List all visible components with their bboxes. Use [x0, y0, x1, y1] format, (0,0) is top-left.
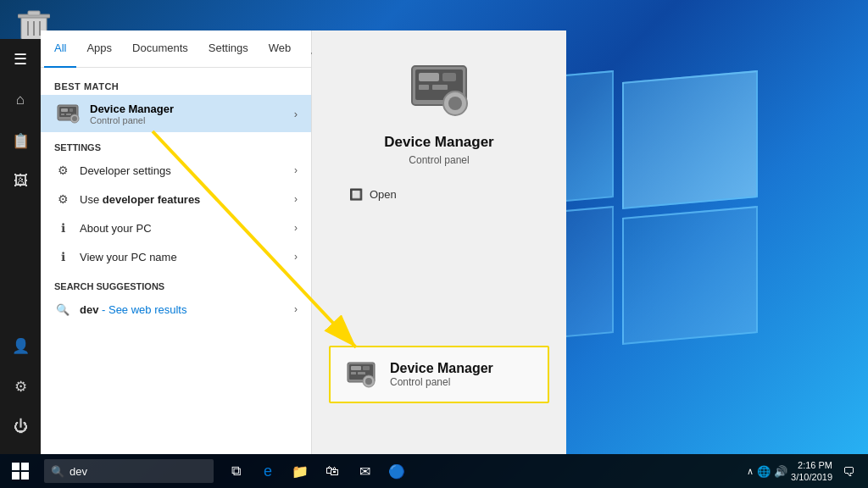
detail-open-button[interactable]: 🔲 Open: [337, 183, 409, 206]
settings-arrow-3: ›: [294, 222, 298, 234]
settings-item-view-pc-name[interactable]: ℹ View your PC name ›: [41, 242, 311, 271]
svg-rect-33: [21, 463, 29, 470]
store-icon: 🛍: [326, 463, 339, 479]
search-sug-text: dev - See web results: [80, 303, 186, 316]
detail-panel: Device Manager Control panel 🔲 Open: [312, 30, 566, 454]
svg-rect-9: [70, 108, 73, 112]
system-tray-icons: ∧ 🌐 🔊: [747, 465, 787, 478]
file-explorer-button[interactable]: 📁: [285, 454, 315, 488]
settings-item-developer[interactable]: ⚙ Developer settings ›: [41, 156, 311, 185]
store-button[interactable]: 🛍: [317, 454, 348, 488]
highlighted-result-box[interactable]: Device Manager Control panel: [329, 346, 549, 403]
edge-icon: e: [264, 463, 272, 480]
svg-rect-35: [21, 472, 29, 480]
settings-arrow-4: ›: [294, 251, 298, 263]
svg-rect-25: [363, 366, 370, 370]
taskbar-search-box[interactable]: 🔍: [44, 459, 214, 483]
start-button[interactable]: [0, 454, 41, 488]
settings-arrow-1: ›: [294, 164, 298, 176]
settings-gear-icon-1: ⚙: [54, 162, 71, 179]
chrome-icon: 🔵: [388, 463, 405, 480]
taskbar-search-input[interactable]: [70, 465, 207, 478]
hamburger-icon: ☰: [14, 50, 27, 69]
tab-web[interactable]: Web: [259, 30, 302, 68]
open-icon: 🔲: [349, 188, 363, 201]
taskbar-right: ∧ 🌐 🔊 2:16 PM 3/10/2019 🗨: [747, 454, 868, 488]
hamburger-menu-button[interactable]: ☰: [0, 39, 41, 80]
start-menu: All Apps Documents Settings Web More ▾: [41, 30, 566, 454]
search-suggestions-section: Search suggestions 🔍 dev - See web resul…: [41, 274, 311, 327]
svg-rect-18: [419, 85, 429, 90]
mail-button[interactable]: ✉: [349, 454, 380, 488]
svg-rect-2: [28, 11, 40, 15]
taskbar-search-icon: 🔍: [51, 465, 64, 478]
sidebar-item-home[interactable]: ⌂: [0, 80, 41, 120]
search-sug-icon: 🔍: [54, 301, 71, 318]
tab-settings[interactable]: Settings: [198, 30, 259, 68]
notification-icon: 🗨: [843, 464, 855, 479]
mail-icon: ✉: [359, 463, 370, 480]
svg-rect-24: [351, 366, 361, 370]
svg-point-21: [448, 97, 462, 110]
desktop: Recycle Bin ☰ ⌂ 📋 🖼 👤 ⚙ ⏻: [0, 0, 868, 488]
tab-apps[interactable]: Apps: [76, 30, 122, 68]
photos-icon: 🖼: [14, 173, 28, 190]
sidebar-item-documents[interactable]: 📋: [0, 120, 41, 161]
search-sug-arrow: ›: [294, 303, 298, 315]
clock-time: 2:16 PM: [791, 459, 832, 471]
highlighted-text: Device Manager Control panel: [390, 361, 493, 388]
chrome-button[interactable]: 🔵: [381, 454, 412, 488]
tab-all[interactable]: All: [44, 30, 76, 68]
svg-rect-27: [358, 372, 365, 374]
edge-button[interactable]: e: [253, 454, 283, 488]
start-menu-sidebar: ☰ ⌂ 📋 🖼 👤 ⚙ ⏻: [0, 39, 41, 454]
clock-date: 3/10/2019: [791, 471, 832, 483]
settings-item-about-pc[interactable]: ℹ About your PC ›: [41, 214, 311, 242]
system-clock[interactable]: 2:16 PM 3/10/2019: [791, 459, 832, 484]
settings-info-icon-2: ℹ: [54, 248, 71, 265]
detail-app-name: Device Manager: [384, 134, 493, 151]
volume-icon[interactable]: 🔊: [774, 465, 787, 478]
sidebar-item-photos[interactable]: 🖼: [0, 161, 41, 202]
sidebar-item-user[interactable]: 👤: [0, 325, 41, 366]
sidebar-item-power[interactable]: ⏻: [0, 407, 41, 447]
search-suggestion-item[interactable]: 🔍 dev - See web results ›: [41, 295, 311, 324]
sidebar-nav: ⌂ 📋 🖼: [0, 80, 41, 325]
best-match-text: Device Manager Control panel: [90, 103, 294, 125]
notification-center-button[interactable]: 🗨: [836, 454, 861, 488]
search-results-list: Best match: [41, 68, 311, 454]
svg-rect-34: [12, 472, 19, 480]
best-match-label: Best match: [41, 78, 311, 95]
task-view-button[interactable]: ⧉: [220, 454, 251, 488]
settings-section-label: Settings: [41, 139, 311, 156]
settings-item-text-3: About your PC: [80, 222, 294, 235]
settings-section: Settings ⚙ Developer settings › ⚙ Use de…: [41, 132, 311, 274]
settings-info-icon: ℹ: [54, 219, 71, 236]
settings-arrow-2: ›: [294, 193, 298, 205]
network-icon[interactable]: 🌐: [757, 465, 771, 478]
user-icon: 👤: [12, 337, 30, 355]
settings-item-text-4: View your PC name: [80, 251, 294, 263]
settings-item-use-developer[interactable]: ⚙ Use developer features ›: [41, 185, 311, 214]
search-panel: All Apps Documents Settings Web More ▾: [41, 30, 312, 454]
best-match-item[interactable]: Device Manager Control panel ›: [41, 95, 311, 132]
search-suggestions-label: Search suggestions: [41, 278, 311, 295]
svg-rect-19: [432, 85, 448, 90]
file-explorer-icon: 📁: [292, 463, 309, 480]
task-view-icon: ⧉: [231, 463, 241, 479]
svg-point-13: [72, 116, 77, 121]
svg-rect-11: [66, 114, 71, 115]
svg-rect-26: [351, 372, 356, 374]
settings-item-text-2: Use developer features: [80, 193, 294, 206]
svg-point-29: [365, 378, 372, 385]
best-match-arrow: ›: [294, 108, 298, 120]
sidebar-item-settings[interactable]: ⚙: [0, 366, 41, 407]
tab-documents[interactable]: Documents: [122, 30, 198, 68]
detail-app-subtitle: Control panel: [409, 154, 469, 166]
taskbar: 🔍 ⧉ e 📁 🛍 ✉ 🔵: [0, 454, 868, 488]
highlighted-subtitle: Control panel: [390, 376, 493, 388]
settings-gear-icon-2: ⚙: [54, 191, 71, 208]
chevron-up-icon[interactable]: ∧: [747, 466, 754, 477]
settings-icon: ⚙: [14, 378, 27, 396]
settings-item-text-1: Developer settings: [80, 164, 294, 177]
